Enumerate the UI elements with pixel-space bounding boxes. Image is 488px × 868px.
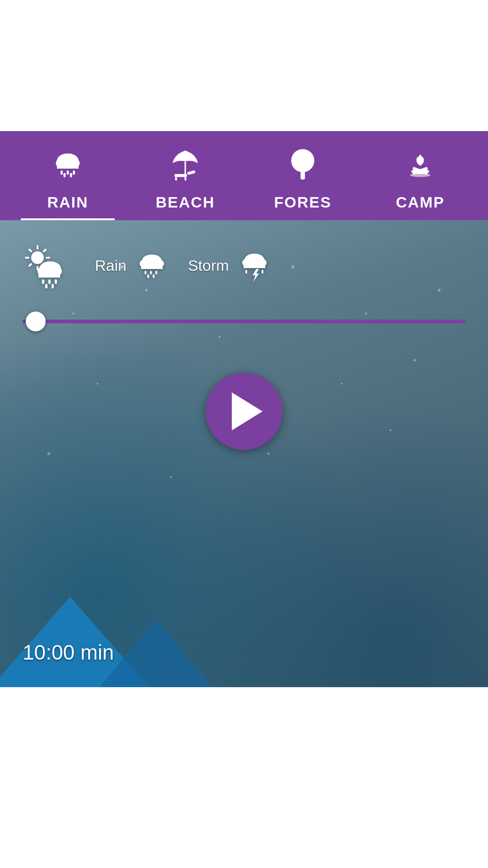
svg-rect-34 [48,279,51,284]
svg-rect-12 [175,177,177,180]
svg-point-14 [291,149,314,172]
tab-bar: RAIN BEACH [0,131,488,220]
rain-small-icon [134,247,170,283]
svg-rect-45 [147,274,149,278]
svg-rect-4 [61,170,63,175]
tab-rain[interactable]: RAIN [9,145,127,220]
tab-beach[interactable]: BEACH [127,145,244,220]
svg-point-19 [410,173,431,177]
storm-option-label: Storm [188,257,229,274]
svg-rect-6 [73,170,75,175]
tab-camp[interactable]: CAMP [361,145,479,220]
svg-rect-41 [141,265,163,269]
svg-rect-52 [245,270,247,274]
volume-slider-container [18,311,470,332]
tab-forest[interactable]: FORES [244,145,361,220]
camp-tab-label: CAMP [396,193,445,211]
svg-line-28 [29,264,31,266]
play-button-container [18,373,470,450]
rain-tab-label: RAIN [47,193,88,211]
slider-thumb[interactable] [26,311,46,331]
svg-rect-37 [52,284,54,288]
storm-option[interactable]: Storm [188,247,272,283]
bottom-space [0,687,488,868]
svg-rect-10 [174,174,187,177]
main-content: Rain [0,220,488,687]
svg-rect-3 [57,165,79,169]
content-overlay: Rain [0,220,488,687]
svg-rect-33 [42,279,44,284]
play-icon [232,392,263,430]
rain-option[interactable]: Rain [95,247,170,283]
svg-rect-35 [55,279,57,284]
svg-rect-8 [70,173,72,178]
drizzle-option[interactable] [18,238,72,292]
svg-rect-43 [150,271,152,274]
svg-point-20 [31,251,44,264]
forest-tab-label: FORES [274,193,331,211]
play-button[interactable] [206,373,282,450]
svg-rect-32 [38,273,60,278]
svg-rect-5 [67,170,69,175]
rain-tab-icon [47,145,88,185]
beach-tab-label: BEACH [156,193,215,211]
top-space [0,0,488,131]
timer-display: 10:00 min [23,641,114,664]
svg-rect-36 [45,284,47,288]
svg-line-27 [44,250,46,251]
storm-icon [236,247,272,283]
svg-rect-42 [145,271,146,274]
camp-tab-icon [400,145,441,185]
beach-tab-icon [165,145,206,185]
svg-rect-50 [244,264,265,268]
svg-rect-15 [300,170,305,179]
svg-rect-44 [155,271,157,274]
rain-option-label: Rain [95,257,127,274]
forest-tab-icon [282,145,323,185]
svg-rect-53 [262,270,263,274]
svg-rect-46 [153,274,155,278]
svg-line-25 [29,250,31,251]
weather-options-row: Rain [18,238,470,292]
svg-marker-51 [253,269,259,282]
svg-rect-13 [184,177,186,180]
drizzle-icon [18,238,72,292]
svg-rect-7 [63,173,66,178]
slider-track [23,320,465,323]
timer-container: 10:00 min [23,640,114,665]
svg-rect-11 [187,170,196,175]
slider-fill [23,320,430,323]
app-container: RAIN BEACH [0,0,488,868]
